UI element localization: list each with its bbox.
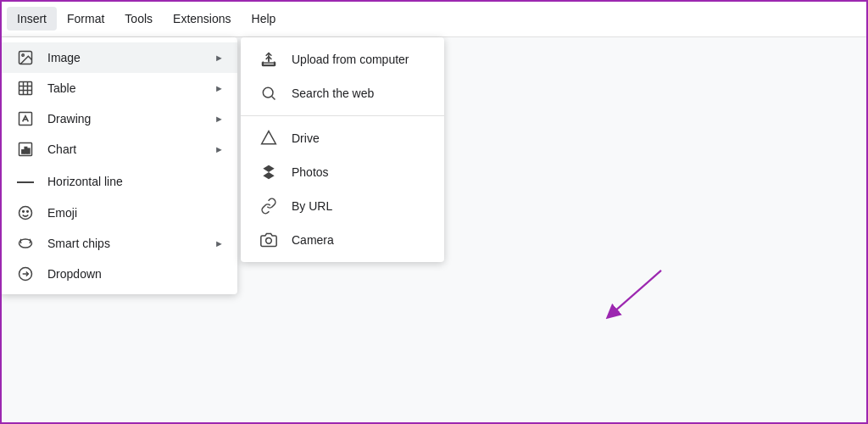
image-label: Image [47, 51, 214, 64]
submenu-item-by-url[interactable]: By URL [241, 189, 444, 223]
horizontal-line-label: Horizontal line [47, 175, 224, 188]
svg-rect-2 [19, 82, 32, 95]
image-submenu: Upload from computer Search the web Driv… [241, 37, 444, 262]
upload-icon [258, 51, 280, 68]
dropdown-item-drawing[interactable]: Drawing ► [0, 103, 237, 134]
submenu-item-drive[interactable]: Drive [241, 121, 444, 155]
image-arrow: ► [214, 53, 224, 63]
chart-arrow: ► [214, 144, 224, 154]
submenu-item-photos[interactable]: Photos [241, 155, 444, 189]
image-icon [14, 49, 37, 66]
table-arrow: ► [214, 83, 224, 93]
submenu-divider [241, 115, 444, 116]
svg-line-26 [611, 271, 661, 315]
smart-chips-arrow: ► [214, 238, 224, 248]
menu-item-format[interactable]: Format [57, 7, 114, 31]
dropdown-item-table[interactable]: Table ► [0, 73, 237, 103]
drawing-arrow: ► [214, 114, 224, 124]
search-label: Search the web [292, 86, 374, 100]
menu-item-extensions[interactable]: Extensions [163, 7, 241, 31]
svg-rect-10 [22, 150, 24, 153]
chart-icon [14, 141, 37, 158]
svg-point-14 [23, 211, 25, 213]
menu-bar: Insert Format Tools Extensions Help [0, 0, 868, 37]
dropdown-item-horizontal-line[interactable]: — Horizontal line [0, 165, 237, 198]
dropdown-icon [14, 265, 37, 282]
svg-line-22 [272, 97, 275, 100]
svg-rect-12 [28, 148, 31, 153]
dropdown-label: Dropdown [47, 267, 224, 281]
arrow-annotation [576, 263, 678, 331]
emoji-icon [14, 204, 37, 221]
insert-dropdown: Image ► Table ► Drawing ► [0, 37, 237, 294]
drawing-label: Drawing [47, 112, 214, 126]
camera-label: Camera [292, 233, 334, 247]
svg-point-1 [22, 54, 24, 57]
table-label: Table [47, 81, 214, 95]
menu-item-help[interactable]: Help [242, 7, 287, 31]
chart-label: Chart [47, 142, 214, 156]
dropdown-item-image[interactable]: Image ► [0, 42, 237, 73]
camera-icon [258, 232, 280, 248]
menu-item-tools[interactable]: Tools [114, 7, 163, 31]
submenu-item-camera[interactable]: Camera [241, 223, 444, 257]
drive-icon [258, 130, 280, 147]
dropdown-item-dropdown[interactable]: Dropdown [0, 259, 237, 289]
upload-label: Upload from computer [292, 53, 409, 66]
dropdown-item-smart-chips[interactable]: Smart chips ► [0, 228, 237, 259]
svg-point-15 [27, 211, 29, 213]
submenu-item-upload[interactable]: Upload from computer [241, 42, 444, 76]
svg-rect-11 [25, 148, 27, 154]
submenu-item-search[interactable]: Search the web [241, 76, 444, 110]
dropdown-item-chart[interactable]: Chart ► [0, 134, 237, 165]
horizontal-line-icon: — [14, 171, 37, 191]
svg-marker-23 [262, 131, 276, 144]
photos-label: Photos [292, 165, 329, 179]
smart-chips-label: Smart chips [47, 237, 214, 250]
emoji-label: Emoji [47, 206, 224, 220]
svg-point-24 [266, 238, 272, 244]
table-icon [14, 80, 37, 97]
menu-item-insert[interactable]: Insert [7, 7, 57, 31]
by-url-label: By URL [292, 199, 332, 213]
svg-rect-7 [19, 113, 32, 126]
svg-point-13 [19, 207, 32, 220]
dropdown-item-emoji[interactable]: Emoji [0, 198, 237, 228]
drive-label: Drive [292, 131, 320, 145]
drawing-icon [14, 110, 37, 127]
svg-point-21 [263, 87, 273, 98]
link-icon [258, 198, 280, 215]
search-icon [258, 85, 280, 102]
smart-chips-icon [14, 235, 37, 252]
photos-icon [258, 164, 280, 181]
